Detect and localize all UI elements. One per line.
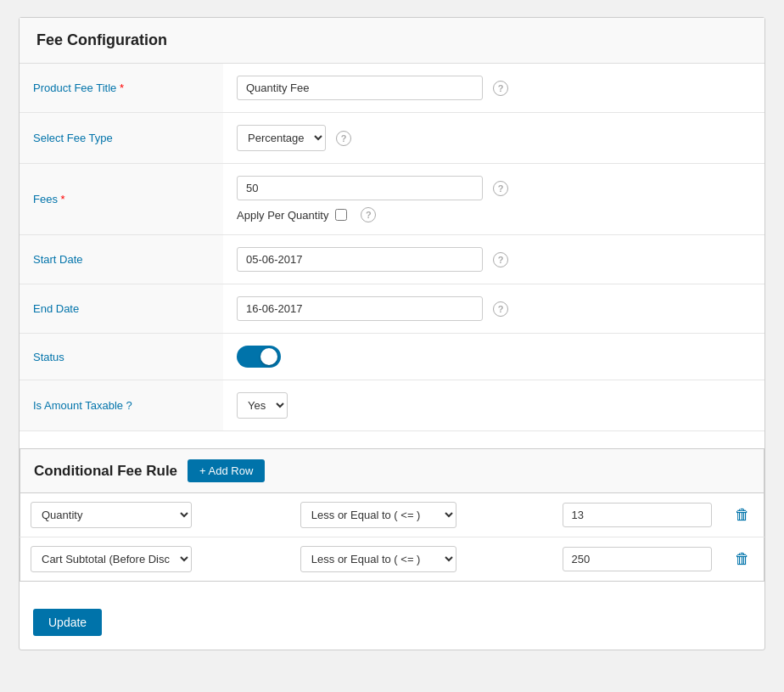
conditional-fee-rule-header: Conditional Fee Rule + Add Row (20, 448, 764, 492)
conditional-rules-table: Quantity Cart Subtotal (Before Disc Cart… (20, 492, 764, 582)
end-date-help-icon[interactable]: ? (493, 301, 508, 317)
is-amount-taxable-field: Yes No (223, 380, 764, 431)
fees-label: Fees * (20, 164, 223, 235)
select-fee-type-label: Select Fee Type (20, 113, 223, 164)
delete-row-icon-2[interactable]: 🗑 (735, 550, 750, 567)
toggle-slider (237, 346, 281, 368)
delete-row-cell-1: 🗑 (722, 493, 764, 537)
fee-type-help-icon[interactable]: ? (336, 131, 351, 146)
start-date-input[interactable] (237, 247, 483, 272)
condition-operator-select-2[interactable]: Less or Equal to ( <= ) Greater or Equal… (300, 546, 456, 572)
footer-actions: Update (20, 582, 764, 650)
conditional-fee-rule-section: Conditional Fee Rule + Add Row Quantity … (20, 448, 764, 582)
apply-per-quantity-label: Apply Per Quantity (237, 209, 328, 222)
end-date-row: End Date ? (20, 284, 764, 334)
delete-row-icon-1[interactable]: 🗑 (735, 506, 750, 523)
product-fee-title-row: Product Fee Title * ? (20, 64, 764, 113)
conditional-rule-row-2: Quantity Cart Subtotal (Before Disc Cart… (20, 537, 764, 582)
status-toggle[interactable] (237, 346, 281, 368)
condition-operator-cell-1: Less or Equal to ( <= ) Greater or Equal… (290, 493, 552, 537)
fee-type-select[interactable]: Percentage Fixed (237, 125, 326, 151)
fees-input[interactable] (237, 176, 483, 200)
end-date-label: End Date (20, 284, 223, 334)
end-date-input[interactable] (237, 296, 483, 321)
product-fee-title-label: Product Fee Title * (20, 64, 223, 113)
condition-value-input-1[interactable] (563, 503, 712, 527)
add-row-button[interactable]: + Add Row (188, 459, 265, 482)
is-amount-taxable-label: Is Amount Taxable ? (20, 380, 223, 431)
fee-config-form: Product Fee Title * ? Select Fee Type Pe… (20, 64, 764, 431)
start-date-row: Start Date ? (20, 235, 764, 284)
condition-field-select-1[interactable]: Quantity Cart Subtotal (Before Disc Cart… (31, 502, 192, 528)
fees-help-icon[interactable]: ? (493, 181, 508, 196)
condition-field-cell-1: Quantity Cart Subtotal (Before Disc Cart… (20, 493, 290, 537)
product-fee-title-input[interactable] (237, 76, 483, 100)
apply-per-qty-help-icon[interactable]: ? (361, 207, 376, 222)
condition-field-select-2[interactable]: Quantity Cart Subtotal (Before Disc Cart… (31, 546, 192, 572)
status-field (223, 334, 764, 380)
product-fee-title-field: ? (223, 64, 764, 113)
delete-row-cell-2: 🗑 (722, 537, 764, 582)
status-label: Status (20, 334, 223, 380)
condition-operator-select-1[interactable]: Less or Equal to ( <= ) Greater or Equal… (300, 502, 456, 528)
condition-operator-cell-2: Less or Equal to ( <= ) Greater or Equal… (290, 537, 552, 582)
condition-value-cell-1 (552, 493, 722, 537)
conditional-rule-row: Quantity Cart Subtotal (Before Disc Cart… (20, 493, 764, 537)
end-date-field: ? (223, 284, 764, 334)
start-date-field: ? (223, 235, 764, 284)
fees-row: Fees * ? Apply Per Quantity ? (20, 164, 764, 235)
fee-config-title: Fee Configuration (20, 18, 764, 64)
select-fee-type-field: Percentage Fixed ? (223, 113, 764, 164)
status-row: Status (20, 334, 764, 380)
select-fee-type-row: Select Fee Type Percentage Fixed ? (20, 113, 764, 164)
update-button[interactable]: Update (33, 609, 102, 636)
product-fee-title-help-icon[interactable]: ? (493, 81, 508, 96)
condition-field-cell-2: Quantity Cart Subtotal (Before Disc Cart… (20, 537, 290, 582)
apply-per-quantity-checkbox[interactable] (335, 209, 347, 221)
fees-field: ? Apply Per Quantity ? (223, 164, 764, 235)
is-amount-taxable-row: Is Amount Taxable ? Yes No (20, 380, 764, 431)
start-date-help-icon[interactable]: ? (493, 252, 508, 267)
condition-value-cell-2 (552, 537, 722, 582)
condition-value-input-2[interactable] (563, 547, 712, 571)
conditional-fee-rule-title: Conditional Fee Rule (34, 463, 177, 480)
start-date-label: Start Date (20, 235, 223, 284)
is-amount-taxable-select[interactable]: Yes No (237, 392, 288, 419)
